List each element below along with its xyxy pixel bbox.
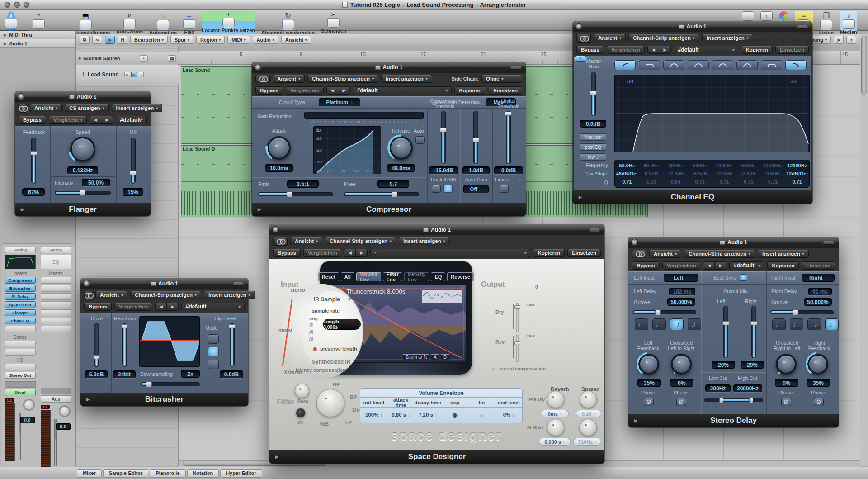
insert-slot[interactable]: Flanger: [5, 309, 36, 316]
ir-sample-tab[interactable]: IR Sample: [314, 296, 340, 304]
arrange-menu[interactable]: MIDI: [227, 36, 250, 44]
analyzer-button[interactable]: Analyzer: [580, 133, 606, 141]
copy-button[interactable]: Kopieren: [454, 86, 486, 95]
crossfeed-lr-value[interactable]: 0%: [670, 379, 693, 387]
spread-knob[interactable]: [580, 391, 597, 408]
insert-slot[interactable]: Compresso: [5, 277, 36, 284]
plugin-titlebar[interactable]: Audio 1: [15, 91, 151, 102]
insert-slot[interactable]: St-Delay: [5, 293, 36, 300]
note-value-button[interactable]: ♩: [790, 318, 803, 330]
inspector-row[interactable]: Audio 1: [0, 39, 75, 48]
reso-knob[interactable]: [295, 384, 309, 398]
length-field[interactable]: Length: 8.000s: [323, 319, 361, 330]
link-button[interactable]: [84, 291, 93, 299]
right-input-select[interactable]: Right: [802, 274, 835, 282]
insert-menu[interactable]: Insert anzeigen: [399, 237, 450, 245]
minimize-icon[interactable]: [14, 2, 20, 8]
knee-slider[interactable]: [344, 192, 419, 196]
ir-sample-menu-icon[interactable]: ▾: [348, 296, 351, 302]
arrange-menu[interactable]: Audio: [253, 36, 278, 44]
toolbar-button[interactable]: Schneiden: [321, 11, 346, 35]
compare-button[interactable]: Vergleichen: [662, 261, 701, 270]
channelstrip-menu[interactable]: Channel-Strip anzeigen: [684, 250, 755, 258]
predelay-value[interactable]: 0ms: [541, 410, 569, 417]
setting-button[interactable]: Setting: [5, 247, 36, 253]
mono-option[interactable]: mono: [278, 327, 292, 332]
close-icon[interactable]: [576, 23, 582, 30]
bypass-button[interactable]: Bypass: [255, 86, 283, 95]
sample-rate-option[interactable]: /4: [309, 329, 318, 336]
volume-env-button[interactable]: Volume Env: [356, 272, 381, 281]
arrange-menu[interactable]: Bearbeiten: [130, 36, 168, 44]
band-enable-button[interactable]: [639, 60, 660, 70]
resolution-slider[interactable]: [122, 323, 127, 367]
note-value-button[interactable]: ♬: [825, 318, 839, 330]
bypass-button[interactable]: Bypass: [19, 116, 46, 124]
intensity-slider[interactable]: [55, 191, 111, 195]
filter-type-knob[interactable]: [316, 389, 344, 417]
insert-slot[interactable]: [41, 277, 71, 284]
insert-slot[interactable]: [41, 309, 71, 316]
link-button[interactable]: [19, 104, 27, 113]
link-button[interactable]: [273, 237, 288, 246]
plugin-titlebar[interactable]: Audio 1: [269, 224, 604, 235]
compare-button[interactable]: Vergleichen: [114, 303, 153, 311]
view-menu[interactable]: Ansicht: [273, 75, 305, 83]
automation-mode[interactable]: Aus: [41, 395, 71, 403]
q-link-button[interactable]: ⚭: [574, 56, 587, 62]
limiter-threshold-slider[interactable]: [506, 111, 511, 164]
view-menu[interactable]: Ansicht: [290, 237, 322, 245]
clip-level-slider[interactable]: [230, 323, 235, 367]
group-slot[interactable]: [41, 388, 71, 394]
right-groove-slider[interactable]: [770, 310, 834, 314]
insert-slot[interactable]: [41, 293, 71, 300]
eq-band-values[interactable]: 12000Hz12dB/Oct0.71: [785, 160, 809, 187]
insert-slot[interactable]: Space Dsn: [5, 301, 36, 308]
density-env-button[interactable]: Density Env: [404, 272, 429, 281]
auto-gain-select[interactable]: Off: [463, 185, 489, 193]
arrange-menu[interactable]: Region: [196, 36, 225, 44]
hide-tracks-button[interactable]: H: [118, 36, 127, 44]
insert-menu[interactable]: Insert anzeigen: [758, 250, 809, 258]
eq-button[interactable]: EQ: [431, 272, 445, 281]
right-delay-value[interactable]: 91 ms: [808, 288, 832, 295]
drive-slider[interactable]: [94, 323, 99, 367]
channelstrip-menu[interactable]: Channel-Strip anzeigen: [130, 291, 201, 299]
end-level-value[interactable]: 0%: [495, 412, 522, 417]
plugin-titlebar[interactable]: Audio 1: [80, 278, 248, 289]
preset-nav[interactable]: ◀▶: [90, 116, 113, 124]
toolbar-button[interactable]: Medien: [840, 11, 857, 35]
latency-compensation-button[interactable]: ○: [288, 367, 292, 373]
channelstrip-menu[interactable]: Channel-Strip anzeigen: [307, 75, 378, 83]
circuit-type-select[interactable]: Platinum: [319, 98, 360, 106]
mode-wrap-button[interactable]: [208, 360, 219, 369]
global-tracks-row[interactable]: Globale Spuren + ▤: [76, 52, 179, 64]
pan-knob[interactable]: [23, 399, 35, 411]
filter-env-button[interactable]: Filter Env: [383, 272, 402, 281]
note-value-button[interactable]: ♩: [772, 318, 786, 330]
note-value-button[interactable]: ♪: [807, 318, 821, 330]
mix-right-slider[interactable]: [751, 306, 756, 358]
editor-tab[interactable]: Mixer: [77, 469, 102, 478]
note-value-button[interactable]: ♪: [670, 318, 684, 330]
zoom-to-fit[interactable]: Zoom to fitAD: [403, 354, 449, 360]
auto-release-button[interactable]: [415, 136, 425, 144]
setting-button[interactable]: Setting: [41, 247, 71, 253]
release-knob[interactable]: [389, 136, 413, 160]
bypass-button[interactable]: Bypass: [576, 46, 604, 54]
plugin-titlebar[interactable]: Audio 1: [628, 237, 839, 248]
link-button[interactable]: [255, 75, 270, 83]
mix-slider[interactable]: [131, 138, 136, 184]
insert-slot[interactable]: [41, 326, 71, 332]
preset-nav[interactable]: ◀▶: [326, 86, 350, 95]
compare-button[interactable]: Vergleichen: [303, 249, 342, 257]
right-feedback-value[interactable]: 35%: [807, 379, 830, 387]
toolbar-button[interactable]: Abschnitt wiederholen: [261, 11, 315, 35]
insert-menu[interactable]: Insert anzeigen: [702, 34, 753, 42]
preset-field[interactable]: #default: [181, 303, 245, 311]
insert-slot[interactable]: [5, 326, 36, 332]
feedback-value[interactable]: 67%: [22, 188, 45, 196]
band-enable-button[interactable]: [761, 60, 782, 70]
preserve-length-radio[interactable]: ◉: [313, 346, 317, 352]
send-slot[interactable]: [5, 349, 36, 356]
